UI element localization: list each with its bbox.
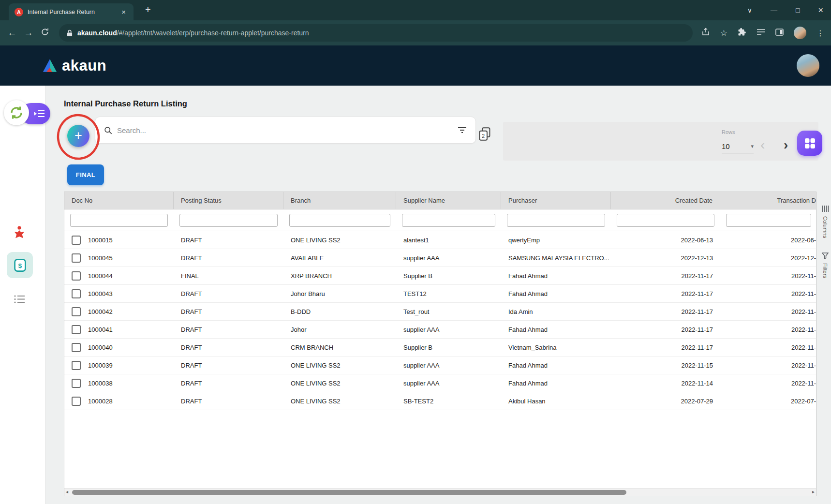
side-panel-icon[interactable] [775,29,784,38]
row-checkbox[interactable] [72,343,81,352]
table-row[interactable]: 1000045DRAFTAVAILABLEsupplier AAASAMSUNG… [64,249,816,267]
transaction-date-cell: 2022-11- [720,267,816,284]
table-row[interactable]: 1000038DRAFTONE LIVING SS2supplier AAAFa… [64,374,816,392]
url-text: akaun.cloud/#/applet/tnt/wavelet/erp/pur… [77,29,309,37]
table-row[interactable]: 1000044FINALXRP BRANCHSupplier BFahad Ah… [64,267,816,285]
column-filter-input-created-date[interactable] [617,214,714,227]
filter-list-icon[interactable] [458,127,467,133]
rows-label: Rows [722,129,735,135]
transaction-date-cell: 2022-11- [720,321,816,338]
table-row[interactable]: 1000028DRAFTONE LIVING SS2SB-TEST2Akibul… [64,392,816,410]
window-maximize-button[interactable]: □ [796,6,800,14]
row-checkbox[interactable] [72,325,81,334]
address-bar[interactable]: akaun.cloud/#/applet/tnt/wavelet/erp/pur… [59,24,693,42]
supplier-name-cell: supplier AAA [396,321,501,338]
previous-page-button[interactable]: ‹ [760,137,765,153]
supplier-name-cell: supplier AAA [396,356,501,374]
scroll-right-arrow-icon[interactable]: ▸ [812,489,815,494]
supplier-name-cell: supplier AAA [396,374,501,392]
purchaser-cell: Fahad Ahmad [501,356,611,374]
posting-status-cell: DRAFT [174,285,283,302]
column-filter-input-posting-status[interactable] [179,214,278,227]
transaction-date-cell: 2022-07- [720,392,816,410]
doc-no-text: 1000040 [88,344,113,351]
column-header-purchaser[interactable]: Purchaser [501,192,611,209]
reading-list-icon[interactable] [757,29,765,37]
reload-button[interactable] [41,28,49,38]
horizontal-scrollbar[interactable]: ◂ ▸ [64,488,816,496]
status-filter-chip-final[interactable]: FINAL [67,164,104,185]
toolbar-icons: ☆ ⋮ [701,27,824,39]
column-header-posting-status[interactable]: Posting Status [174,192,283,209]
scroll-left-arrow-icon[interactable]: ◂ [66,489,68,494]
column-header-created-date[interactable]: Created Date [611,192,720,209]
row-checkbox[interactable] [72,397,81,406]
columns-side-tab[interactable]: Columns [822,205,829,238]
left-sidebar: $ [0,86,45,504]
bookmark-star-icon[interactable]: ☆ [720,28,727,38]
supplier-name-text: Test_rout [403,308,429,315]
created-date-text: 2022-11-17 [681,272,713,280]
table-row[interactable]: 1000040DRAFTCRM BRANCHSupplier BVietnam_… [64,339,816,356]
posting-status-text: DRAFT [181,237,202,244]
column-filter-input-doc-no[interactable] [70,214,168,227]
back-button[interactable]: ← [4,28,20,38]
created-date-cell: 2022-11-17 [611,267,720,284]
forward-button[interactable]: → [20,28,37,38]
next-page-button[interactable]: › [784,137,788,153]
duplicate-pages-button[interactable]: 2 [478,127,492,142]
row-checkbox[interactable] [72,379,81,388]
column-filter-input-supplier-name[interactable] [402,214,495,227]
row-checkbox[interactable] [72,253,81,263]
sync-refresh-button[interactable] [4,100,29,125]
window-minimize-button[interactable]: — [771,6,777,14]
share-icon[interactable] [701,28,710,38]
browser-menu-kebab-icon[interactable]: ⋮ [816,29,824,38]
sidebar-item-purchase-return-active[interactable]: $ [7,252,33,278]
row-checkbox[interactable] [72,271,81,281]
sidebar-list-icon[interactable] [14,295,25,305]
rows-per-page-select[interactable]: 10 ▾ [722,140,754,153]
window-close-button[interactable]: × [818,5,823,15]
browser-profile-avatar[interactable] [794,27,806,39]
row-checkbox[interactable] [72,236,81,245]
browser-tab[interactable]: A Internal Purchase Return × [9,3,134,20]
scrollbar-thumb[interactable] [72,490,626,495]
table-body: 1000015DRAFTONE LIVING SS2alantest1qwert… [64,231,816,410]
grid-view-button[interactable] [797,131,822,156]
add-new-record-button[interactable]: + [67,125,89,147]
posting-status-text: DRAFT [181,254,202,262]
browser-menu-chevron-icon[interactable]: ∨ [747,6,752,14]
column-filter-input-purchaser[interactable] [507,214,605,227]
column-header-branch[interactable]: Branch [283,192,396,209]
purchaser-cell: Vietnam_Sabrina [501,339,611,356]
row-checkbox[interactable] [72,361,81,370]
table-row[interactable]: 1000041DRAFTJohorsupplier AAAFahad Ahmad… [64,321,816,339]
new-tab-button[interactable]: + [145,4,151,15]
column-filter-input-branch[interactable] [289,214,390,227]
doc-no-text: 1000039 [88,362,113,369]
search-input[interactable] [117,126,453,134]
user-avatar[interactable] [797,54,819,77]
branch-cell: B-DDD [283,303,396,320]
transaction-date-cell: 2022-11- [720,374,816,392]
table-row[interactable]: 1000042DRAFTB-DDDTest_routIda Amin2022-1… [64,303,816,321]
column-header-transaction-date[interactable]: Transaction D [720,192,816,209]
posting-status-cell: DRAFT [174,321,283,338]
table-row[interactable]: 1000039DRAFTONE LIVING SS2supplier AAAFa… [64,356,816,374]
app-header: akaun [0,45,831,86]
column-header-doc-no[interactable]: Doc No [64,192,174,209]
table-row[interactable]: 1000043DRAFTJohor BharuTEST12Fahad Ahmad… [64,285,816,303]
extensions-puzzle-icon[interactable] [738,28,746,38]
column-filter-input-transaction-date[interactable] [726,214,811,227]
row-checkbox[interactable] [72,289,81,298]
row-checkbox[interactable] [72,307,81,316]
sidebar-applet-red-icon[interactable] [13,225,26,242]
tab-close-icon[interactable]: × [119,7,128,16]
table-row[interactable]: 1000015DRAFTONE LIVING SS2alantest1qwert… [64,231,816,249]
supplier-name-cell: alantest1 [396,231,501,249]
brand-logo[interactable]: akaun [42,57,106,74]
filters-side-tab[interactable]: Filters [822,252,829,278]
purchaser-cell: qwertyEmp [501,231,611,249]
column-header-supplier-name[interactable]: Supplier Name [396,192,501,209]
